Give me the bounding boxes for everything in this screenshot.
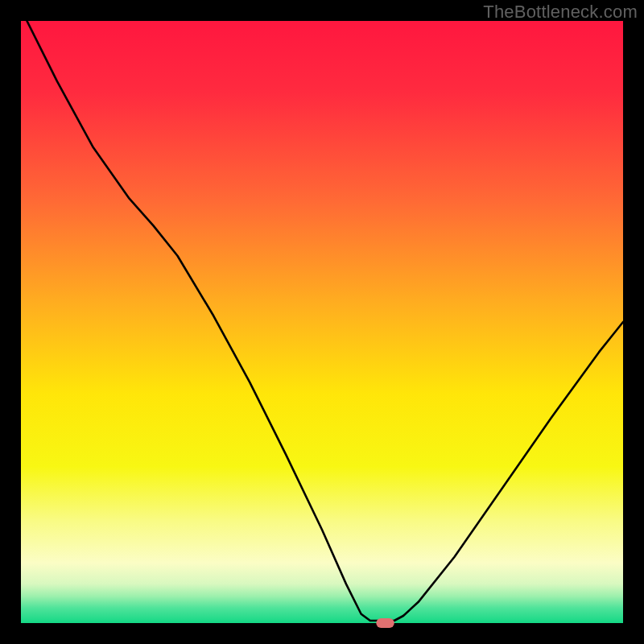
watermark-text: TheBottleneck.com: [483, 2, 638, 23]
optimal-marker: [376, 618, 394, 628]
chart-frame: TheBottleneck.com: [0, 0, 644, 644]
bottleneck-chart: [0, 0, 644, 644]
gradient-background: [21, 21, 623, 623]
